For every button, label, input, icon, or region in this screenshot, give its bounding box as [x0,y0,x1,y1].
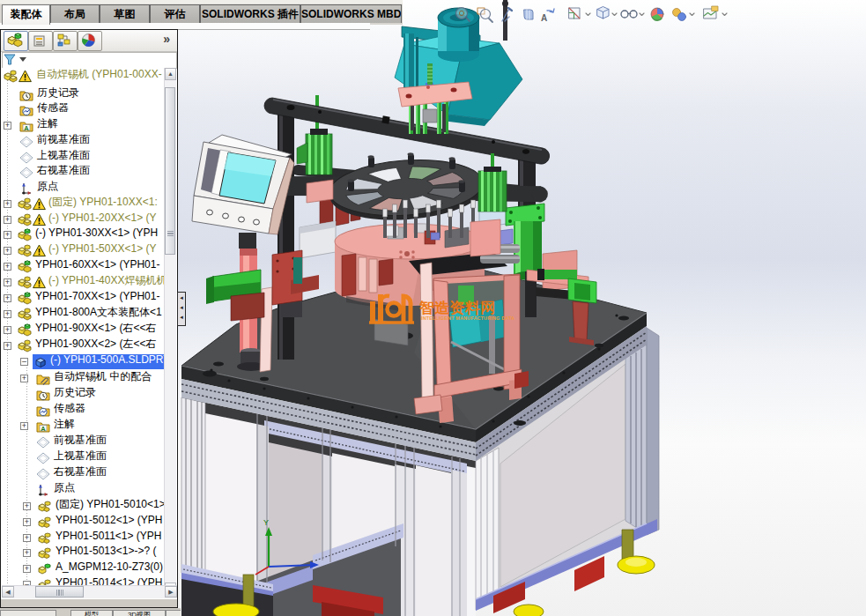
svg-text:INTELLIGENT MANUFACTURING DATA: INTELLIGENT MANUFACTURING DATA [421,315,514,321]
svg-text:A: A [541,13,547,23]
svg-text:智造资料网: 智造资料网 [418,300,496,316]
svg-text:Y: Y [263,518,269,527]
